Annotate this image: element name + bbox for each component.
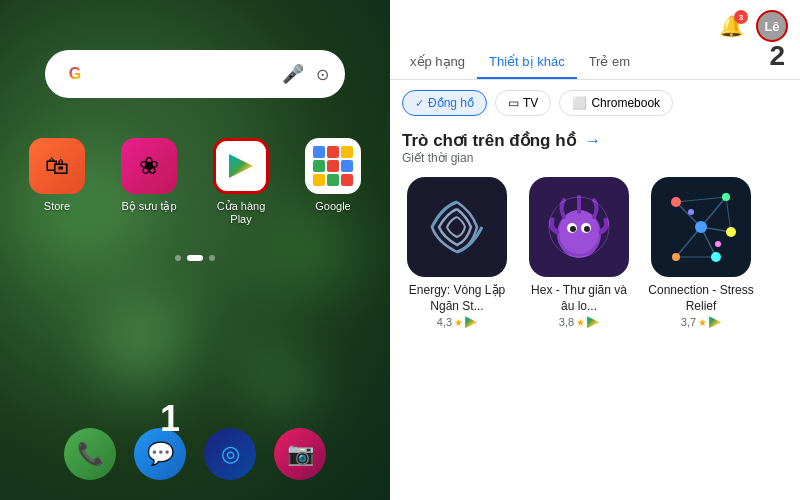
- step-number-2: 2: [769, 40, 785, 72]
- energy-rating: 4,3 ★: [437, 316, 477, 328]
- bokeh-2: [100, 300, 180, 380]
- play-label: Cửa hàng Play: [205, 200, 277, 225]
- svg-point-22: [672, 253, 680, 261]
- hex-svg: [534, 182, 624, 272]
- hex-name: Hex - Thư giãn và âu lo...: [524, 283, 634, 314]
- energy-svg: [412, 182, 502, 272]
- bottom-dock: 📞 💬 ◎ 📷: [64, 428, 326, 480]
- dot-3: [209, 255, 215, 261]
- bokeh-4: [250, 350, 310, 410]
- play-store-screen: 🔔 3 Lê xếp hạng Thiết bị khác Trẻ em ✓ Đ…: [390, 0, 800, 500]
- tab-thiet-bi-khac[interactable]: Thiết bị khác: [477, 46, 577, 79]
- app-item-google[interactable]: Google: [297, 138, 369, 225]
- store-icon: 🛍: [29, 138, 85, 194]
- laptop-icon: ⬜: [572, 96, 587, 110]
- dock-samsung[interactable]: ◎: [204, 428, 256, 480]
- home-screen: G 🎤 ⊙ 🛍 Store ❀ Bộ sưu tập Cửa hàng: [0, 0, 390, 500]
- chip-tv[interactable]: ▭ TV: [495, 90, 551, 116]
- lens-icon[interactable]: ⊙: [316, 65, 329, 84]
- chip-chromebook[interactable]: ⬜ Chromebook: [559, 90, 673, 116]
- dock-camera[interactable]: 📷: [274, 428, 326, 480]
- chip-chromebook-label: Chromebook: [591, 96, 660, 110]
- svg-point-23: [711, 252, 721, 262]
- page-indicators: [175, 255, 215, 261]
- search-bar[interactable]: G 🎤 ⊙: [45, 50, 345, 98]
- svg-rect-0: [412, 182, 502, 272]
- connection-rating: 3,7 ★: [681, 316, 721, 328]
- chip-tv-label: TV: [523, 96, 538, 110]
- app-card-connection[interactable]: Connection - Stress Relief 3,7 ★: [646, 177, 756, 328]
- store-label: Store: [44, 200, 70, 212]
- google-dot-grid: [313, 146, 353, 186]
- section-title: Trò chơi trên đồng hồ →: [402, 130, 788, 151]
- tab-xep-hang[interactable]: xếp hạng: [398, 46, 477, 79]
- play-badge-icon: [709, 316, 721, 328]
- google-logo: G: [61, 60, 89, 88]
- search-action-icons: 🎤 ⊙: [282, 63, 329, 85]
- check-icon: ✓: [415, 97, 424, 110]
- app-item-store[interactable]: 🛍 Store: [21, 138, 93, 225]
- app-item-collection[interactable]: ❀ Bộ sưu tập: [113, 138, 185, 225]
- play-badge-icon: [465, 316, 477, 328]
- star-icon: ★: [698, 317, 707, 328]
- star-icon: ★: [454, 317, 463, 328]
- notification-bell[interactable]: 🔔 3: [719, 14, 744, 38]
- filter-chips: ✓ Đồng hồ ▭ TV ⬜ Chromebook: [390, 80, 800, 126]
- dot-1: [175, 255, 181, 261]
- section-header: Trò chơi trên đồng hồ → Giết thời gian: [390, 126, 800, 167]
- hex-rating: 3,8 ★: [559, 316, 599, 328]
- step-number-1: 1: [160, 398, 180, 440]
- connection-icon: [651, 177, 751, 277]
- google-label: Google: [315, 200, 350, 212]
- hex-icon: [529, 177, 629, 277]
- chip-dong-ho-label: Đồng hồ: [428, 96, 474, 110]
- energy-icon: [407, 177, 507, 277]
- play-arrow: [229, 154, 253, 178]
- top-bar: 🔔 3 Lê: [390, 0, 800, 42]
- collection-label: Bộ sưu tập: [121, 200, 176, 213]
- collection-icon: ❀: [121, 138, 177, 194]
- star-icon: ★: [576, 317, 585, 328]
- play-store-icon: [213, 138, 269, 194]
- app-grid: 🛍 Store ❀ Bộ sưu tập Cửa hàng Play: [21, 138, 369, 225]
- section-arrow[interactable]: →: [584, 131, 601, 151]
- energy-name: Energy: Vòng Lặp Ngăn St...: [402, 283, 512, 314]
- connection-name: Connection - Stress Relief: [646, 283, 756, 314]
- svg-point-21: [726, 227, 736, 237]
- connection-svg: [656, 182, 746, 272]
- svg-point-19: [671, 197, 681, 207]
- tab-tre-em[interactable]: Trẻ em: [577, 46, 642, 79]
- dot-2: [187, 255, 203, 261]
- svg-point-6: [570, 226, 576, 232]
- tv-icon: ▭: [508, 96, 519, 110]
- dock-phone[interactable]: 📞: [64, 428, 116, 480]
- tab-nav: xếp hạng Thiết bị khác Trẻ em: [390, 46, 800, 80]
- svg-point-18: [695, 221, 707, 233]
- app-card-energy[interactable]: Energy: Vòng Lặp Ngăn St... 4,3 ★: [402, 177, 512, 328]
- svg-point-25: [715, 241, 721, 247]
- notification-badge: 3: [734, 10, 748, 24]
- app-list: Energy: Vòng Lặp Ngăn St... 4,3 ★: [390, 167, 800, 338]
- mic-icon[interactable]: 🎤: [282, 63, 304, 85]
- app-card-hex[interactable]: Hex - Thư giãn và âu lo... 3,8 ★: [524, 177, 634, 328]
- svg-point-20: [722, 193, 730, 201]
- svg-point-7: [584, 226, 590, 232]
- chip-dong-ho[interactable]: ✓ Đồng hồ: [402, 90, 487, 116]
- play-badge-icon: [587, 316, 599, 328]
- avatar[interactable]: Lê: [756, 10, 788, 42]
- google-apps-icon: [305, 138, 361, 194]
- app-item-play[interactable]: Cửa hàng Play: [205, 138, 277, 225]
- section-subtitle: Giết thời gian: [402, 151, 788, 165]
- svg-point-24: [688, 209, 694, 215]
